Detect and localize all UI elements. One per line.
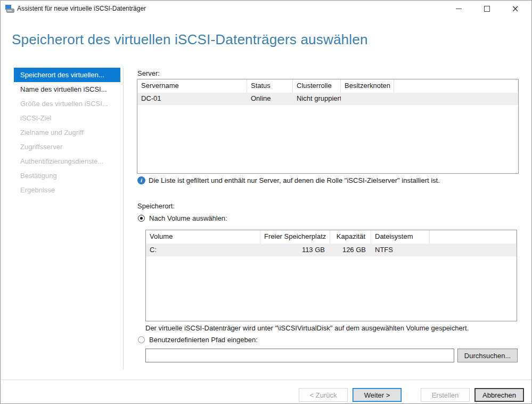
radio-select-by-volume-label: Nach Volume auswählen: bbox=[149, 214, 227, 222]
sidebar-divider bbox=[123, 68, 124, 369]
minimize-button[interactable] bbox=[447, 1, 471, 17]
sidebar-item-ergebnisse: Ergebnisse bbox=[14, 183, 120, 197]
back-button[interactable]: < Zurück bbox=[299, 388, 348, 402]
sidebar-item-bestaetigung: Bestätigung bbox=[14, 168, 120, 183]
radio-checked-icon bbox=[138, 215, 145, 222]
cell-servername: DC-01 bbox=[137, 93, 247, 105]
cancel-button[interactable]: Abbrechen bbox=[474, 388, 524, 402]
wizard-steps-sidebar: Speicherort des virtuellen... Name des v… bbox=[14, 68, 120, 197]
cell-dateisystem: NTFS bbox=[371, 244, 430, 256]
column-besitzerknoten[interactable]: Besitzerknoten bbox=[341, 79, 394, 93]
page-title: Speicherort des virtuellen iSCSI-Datentr… bbox=[12, 31, 368, 48]
sidebar-item-name[interactable]: Name des virtuellen iSCSI... bbox=[14, 82, 120, 96]
radio-select-by-volume[interactable]: Nach Volume auswählen: bbox=[138, 214, 227, 222]
radio-custom-path-label: Benutzerdefinierten Pfad eingeben: bbox=[149, 336, 258, 344]
custom-path-input[interactable] bbox=[145, 349, 454, 362]
info-icon: i bbox=[137, 176, 145, 184]
wizard-window: Assistent für neue virtuelle iSCSI-Daten… bbox=[0, 0, 532, 404]
window-title: Assistent für neue virtuelle iSCSI-Daten… bbox=[17, 5, 146, 12]
titlebar: Assistent für neue virtuelle iSCSI-Daten… bbox=[1, 1, 531, 17]
column-volume[interactable]: Volume bbox=[146, 230, 260, 244]
cell-kapazitaet: 126 GB bbox=[330, 244, 371, 256]
maximize-button[interactable] bbox=[475, 1, 499, 17]
cell-volume: C: bbox=[146, 244, 260, 256]
maximize-icon bbox=[484, 6, 490, 12]
column-filler bbox=[430, 230, 517, 244]
column-filler bbox=[394, 79, 518, 93]
radio-unchecked-icon bbox=[138, 336, 145, 343]
column-dateisystem[interactable]: Dateisystem bbox=[371, 230, 430, 244]
cell-clusterrolle: Nicht gruppiert bbox=[293, 93, 341, 105]
cell-filler bbox=[394, 93, 518, 105]
footer-divider bbox=[1, 379, 532, 380]
cell-besitzerknoten bbox=[341, 93, 394, 105]
filter-info: i Die Liste ist gefiltert und enthält nu… bbox=[137, 176, 519, 184]
create-button[interactable]: Erstellen bbox=[421, 388, 470, 402]
sidebar-item-groesse: Größe des virtuellen iSCSI... bbox=[14, 96, 120, 111]
storage-location-label: Speicherort: bbox=[137, 202, 175, 210]
sidebar-item-zugriffsserver: Zugriffsserver bbox=[14, 140, 120, 154]
cell-status: Online bbox=[247, 93, 293, 105]
column-kapazitaet[interactable]: Kapazität bbox=[330, 230, 371, 244]
cell-filler bbox=[430, 244, 517, 256]
wizard-page-content: Server: Servername Status Clusterrolle B… bbox=[137, 68, 519, 377]
sidebar-item-zielname: Zielname und Zugriff bbox=[14, 125, 120, 140]
column-freier-speicherplatz[interactable]: Freier Speicherplatz bbox=[260, 230, 330, 244]
sidebar-item-speicherort[interactable]: Speicherort des virtuellen... bbox=[14, 68, 120, 82]
default-path-note: Der virtuelle iSCSI-Datenträger wird unt… bbox=[145, 324, 469, 332]
filter-info-text: Die Liste ist gefiltert und enthält nur … bbox=[149, 176, 440, 184]
column-servername[interactable]: Servername bbox=[137, 79, 247, 93]
cell-freier-speicherplatz: 113 GB bbox=[260, 244, 330, 256]
sidebar-item-iscsi-ziel: iSCSI-Ziel bbox=[14, 111, 120, 125]
radio-custom-path[interactable]: Benutzerdefinierten Pfad eingeben: bbox=[138, 336, 258, 344]
next-button[interactable]: Weiter > bbox=[353, 388, 402, 402]
column-status[interactable]: Status bbox=[247, 79, 293, 93]
server-list-label: Server: bbox=[137, 69, 160, 77]
close-icon: × bbox=[511, 3, 519, 14]
sidebar-item-authentifizierung: Authentifizierungsdienste... bbox=[14, 154, 120, 168]
app-icon bbox=[5, 5, 14, 13]
volume-table: Volume Freier Speicherplatz Kapazität Da… bbox=[145, 230, 517, 321]
minimize-icon bbox=[456, 9, 462, 9]
close-button[interactable]: × bbox=[503, 1, 527, 17]
server-table: Servername Status Clusterrolle Besitzerk… bbox=[137, 79, 519, 174]
browse-button[interactable]: Durchsuchen... bbox=[457, 349, 518, 362]
column-clusterrolle[interactable]: Clusterrolle bbox=[293, 79, 341, 93]
